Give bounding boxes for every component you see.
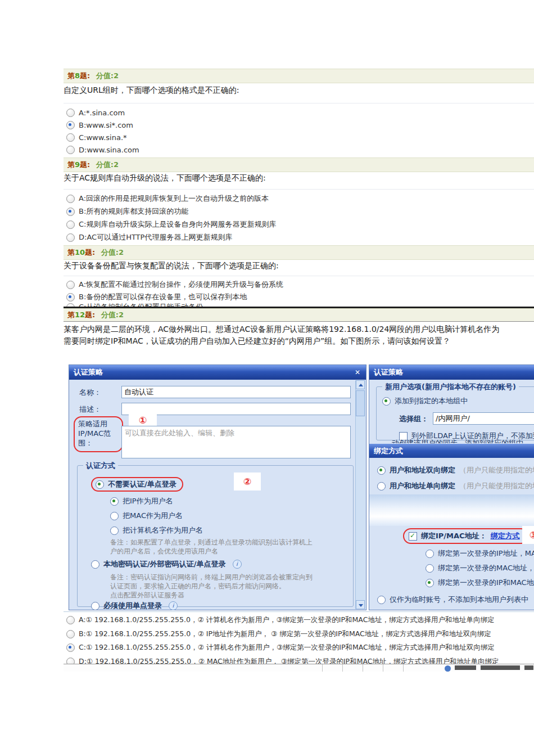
scroll-up-button[interactable] (356, 380, 365, 389)
binding-header-label: 绑定方式 (374, 447, 403, 455)
one-way-binding-option[interactable]: 用户和地址单向绑定 （用户只能使用指定的地址 (377, 481, 534, 491)
bind-ip-mac-option[interactable]: 绑定IP/MAC地址： 绑定方式 (403, 528, 529, 544)
external-auth-server-link[interactable]: 点击配置外部认证服务器 (110, 591, 184, 600)
name-input[interactable]: 自动认证 (121, 386, 351, 398)
bind-first-ip-radio[interactable] (426, 550, 434, 558)
q12-radio-b[interactable] (66, 630, 75, 638)
auth-none-highlight-oval: 不需要认证/单点登录 (91, 477, 183, 492)
q12-option-c-label: C:① 192.168.1.0/255.255.255.0，② 计算机名作为新用… (79, 643, 495, 652)
q8-no-suffix: 题: (80, 71, 90, 80)
q8-option-d[interactable]: D:www.sina.com (66, 144, 534, 155)
must-sso-radio[interactable] (91, 602, 99, 610)
q10-radio-b[interactable] (66, 293, 75, 302)
use-mac-radio[interactable] (110, 512, 119, 520)
q10-option-c[interactable]: C:从设备控制台备份配置只能手动备份 (66, 302, 534, 307)
annotation-3-badge: ③ (522, 526, 534, 544)
scope-textarea[interactable]: 可以直接在此处输入、编辑、删除 (121, 426, 351, 458)
question-10-header: 第10题: 分值:2 (64, 245, 534, 260)
info-icon[interactable]: i (169, 601, 178, 610)
q9-option-d-label: D:AC可以通过HTTP代理服务器上网更新规则库 (79, 232, 232, 242)
password-auth-radio[interactable] (91, 560, 99, 569)
sso-note-line1: 备注：如果配置了单点登录，则通过单点登录功能识别出该计算机上 (110, 538, 313, 547)
q12-option-a-label: A:① 192.168.1.0/255.255.255.0，② 计算机名作为新用… (79, 615, 494, 625)
select-group-input[interactable]: /内网用户/ (433, 412, 534, 425)
clipped-text: 动创建该用户的同步，添加到对应的组中 (392, 438, 534, 443)
q9-no-suffix: 题: (80, 160, 90, 169)
bind-first-ip-mac-option[interactable]: 绑定第一次登录的IP和MAC地址 (426, 578, 534, 588)
use-computer-name-label: 把计算机名字作为用户名 (123, 525, 203, 536)
auth-none-option[interactable]: 不需要认证/单点登录 (91, 477, 183, 492)
q9-option-c[interactable]: C:规则库自动升级实际上是设备自身向外网服务器更新规则库 (66, 219, 534, 230)
dialog1-scrollbar[interactable] (355, 380, 365, 609)
q8-option-b[interactable]: B:www.si*.com (66, 119, 534, 130)
two-way-binding-radio[interactable] (377, 466, 386, 475)
q10-radio-a[interactable] (66, 281, 75, 289)
use-ip-label: 把IP作为用户名 (123, 496, 173, 506)
bind-first-ip-option[interactable]: 绑定第一次登录的IP地址，MAC地 (426, 548, 534, 559)
q9-option-a[interactable]: A:回滚的作用是把规则库恢复到上一次自动升级之前的版本 (66, 193, 534, 204)
q9-option-b[interactable]: B:所有的规则库都支持回滚的功能 (66, 206, 534, 217)
q9-radio-b[interactable] (66, 208, 75, 216)
q8-radio-b[interactable] (66, 121, 75, 129)
info-icon[interactable]: i (233, 560, 242, 569)
use-ip-option[interactable]: 把IP作为用户名 (110, 496, 173, 506)
bind-first-mac-option[interactable]: 绑定第一次登录的MAC地址，IP地 (426, 563, 534, 573)
clipped-text-line: 动创建该用户的同步，添加到对应的组中 (392, 438, 534, 443)
q12-question-text-line1: 某客户内网是二层的环境，AC做外网出口。想通过AC设备新用户认证策略将192.1… (64, 325, 534, 335)
q8-radio-a[interactable] (66, 109, 75, 117)
q12-option-c[interactable]: C:① 192.168.1.0/255.255.255.0，② 计算机名作为新用… (66, 642, 534, 653)
auth-none-label: 不需要认证/单点登录 (108, 479, 177, 489)
bind-first-mac-radio[interactable] (426, 564, 434, 573)
q12-score: 分值:2 (101, 310, 124, 319)
q10-option-b[interactable]: B:备份的配置可以保存在设备里，也可以保存到本地 (66, 291, 534, 303)
q12-option-b[interactable]: B:① 192.168.1.0/255.255.255.0，② IP地址作为新用… (66, 628, 534, 640)
q9-option-a-label: A:回滚的作用是把规则库恢复到上一次自动升级之前的版本 (79, 194, 269, 204)
bind-ip-mac-highlight-oval: 绑定IP/MAC地址： 绑定方式 (403, 528, 529, 544)
bind-ip-mac-checkbox[interactable] (409, 532, 417, 541)
q10-no-suffix: 题: (85, 248, 95, 256)
q9-radio-c[interactable] (66, 220, 75, 229)
use-computer-name-radio[interactable] (110, 526, 119, 535)
password-auth-label: 本地密码认证/外部密码认证/单点登录 (103, 559, 226, 569)
binding-section-header: 绑定方式 (369, 444, 534, 458)
use-mac-option[interactable]: 把MAC作为用户名 (110, 511, 183, 521)
q8-option-a[interactable]: A:*.sina.com (66, 107, 534, 118)
add-to-group-label: 添加到指定的本地组中 (395, 396, 468, 406)
q10-option-a[interactable]: A:恢复配置不能通过控制台操作，必须使用网关升级与备份系统 (66, 279, 534, 290)
one-way-binding-radio[interactable] (377, 482, 386, 490)
binding-method-link[interactable]: 绑定方式 (491, 531, 520, 541)
close-icon[interactable]: ✕ (352, 367, 363, 377)
bind-first-ip-mac-radio[interactable] (426, 579, 434, 587)
q9-option-c-label: C:规则库自动升级实际上是设备自身向外网服务器更新规则库 (79, 219, 276, 230)
add-to-group-option[interactable]: 添加到指定的本地组中 (382, 396, 468, 406)
clipped-text-fragment (455, 665, 476, 670)
two-way-binding-option[interactable]: 用户和地址双向绑定 （用户只能使用指定的地址 (377, 465, 534, 475)
q9-radio-a[interactable] (66, 195, 75, 203)
q8-option-c[interactable]: C:www.sina.* (66, 132, 534, 143)
q12-radio-a[interactable] (66, 616, 75, 624)
scroll-down-button[interactable] (356, 600, 365, 609)
add-to-group-radio[interactable] (382, 397, 391, 406)
pwd-note-line1: 备注：密码认证指访问网络前，终端上网用户的浏览器会被重定向到 (110, 573, 313, 582)
temp-account-option[interactable]: 仅作为临时账号，不添加到本地用户列表中 (377, 595, 528, 605)
globe-icon (445, 665, 451, 672)
use-computer-name-option[interactable]: 把计算机名字作为用户名 (110, 525, 203, 536)
q12-no-suffix: 题: (85, 310, 95, 319)
q9-option-d[interactable]: D:AC可以通过HTTP代理服务器上网更新规则库 (66, 232, 534, 243)
must-sso-option[interactable]: 必须使用单点登录 i (91, 601, 178, 611)
new-user-legend: 新用户选项(新用户指本地不存在的账号) (382, 382, 519, 392)
use-ip-radio[interactable] (110, 497, 119, 506)
scrollbar-thumb[interactable] (356, 390, 365, 416)
q12-radio-c[interactable] (66, 644, 75, 652)
temp-account-radio[interactable] (377, 596, 386, 604)
q8-radio-c[interactable] (66, 133, 75, 142)
q12-option-b-label: B:① 192.168.1.0/255.255.255.0，② IP地址作为新用… (79, 629, 491, 639)
question-12-header: 第12题: 分值:2 (64, 308, 534, 322)
q12-option-a[interactable]: A:① 192.168.1.0/255.255.255.0，② 计算机名作为新用… (66, 614, 534, 626)
q8-radio-d[interactable] (66, 146, 75, 154)
auth-policy-dialog-right: 认证策略 新用户选项(新用户指本地不存在的账号) 添加到指定的本地组中 选择组：… (369, 364, 534, 610)
password-auth-option[interactable]: 本地密码认证/外部密码认证/单点登录 i (91, 559, 242, 569)
arrow-down-icon (359, 604, 363, 607)
q9-radio-d[interactable] (66, 233, 75, 242)
auth-none-radio[interactable] (96, 480, 104, 489)
